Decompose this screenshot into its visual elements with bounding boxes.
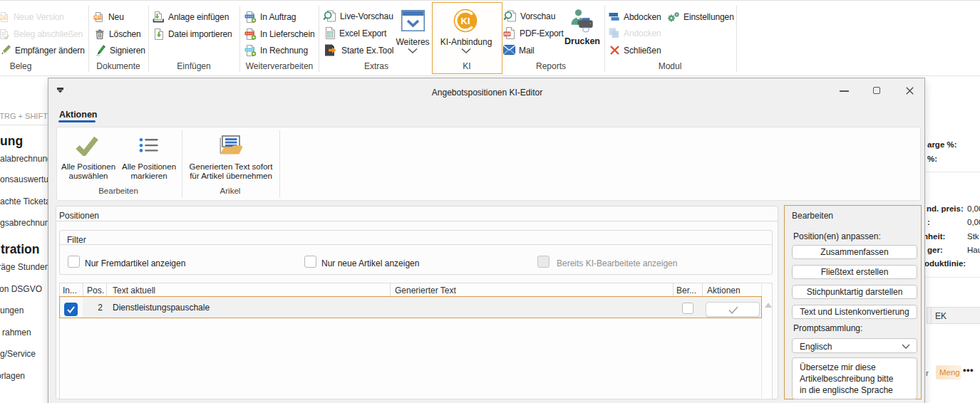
svg-text:NEU: NEU bbox=[95, 16, 102, 19]
svg-text:PDF: PDF bbox=[505, 33, 511, 36]
svg-text:KI: KI bbox=[461, 16, 470, 26]
svg-text:NEU: NEU bbox=[0, 16, 7, 19]
